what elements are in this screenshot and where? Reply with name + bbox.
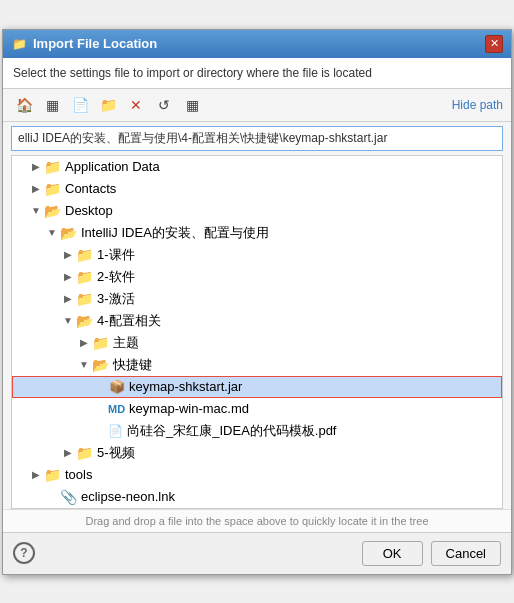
jar-file-icon: 📦 xyxy=(109,379,125,394)
expand-arrow-folder1[interactable]: ▶ xyxy=(60,249,76,260)
label-folder3: 3-激活 xyxy=(97,290,135,308)
expand-arrow-folder3[interactable]: ▶ xyxy=(60,293,76,304)
folder-icon-contacts: 📁 xyxy=(44,181,61,197)
tree-item-jar[interactable]: ▶ 📦 keymap-shkstart.jar xyxy=(12,376,502,398)
label-desktop: Desktop xyxy=(65,203,113,218)
folder-new-button[interactable]: 📁 xyxy=(95,93,121,117)
expand-arrow-folder4[interactable]: ▼ xyxy=(60,315,76,326)
folder-icon-theme: 📁 xyxy=(92,335,109,351)
expand-arrow-theme[interactable]: ▶ xyxy=(76,337,92,348)
label-contacts: Contacts xyxy=(65,181,116,196)
import-file-dialog: 📁 Import File Location ✕ Select the sett… xyxy=(2,29,512,575)
title-bar: 📁 Import File Location ✕ xyxy=(3,30,511,58)
file-new-button[interactable]: 📄 xyxy=(67,93,93,117)
description-text: Select the settings file to import or di… xyxy=(3,58,511,89)
label-tools: tools xyxy=(65,467,92,482)
path-bar: elliJ IDEA的安装、配置与使用\4-配置相关\快捷键\keymap-sh… xyxy=(11,126,503,151)
file-tree: ▶ 📁 Application Data ▶ 📁 Contacts ▼ 📂 De… xyxy=(11,155,503,509)
folder-icon-tools: 📁 xyxy=(44,467,61,483)
label-pdf: 尚硅谷_宋红康_IDEA的代码模板.pdf xyxy=(127,422,337,440)
label-folder1: 1-课件 xyxy=(97,246,135,264)
label-folder5: 5-视频 xyxy=(97,444,135,462)
close-button[interactable]: ✕ xyxy=(485,35,503,53)
label-intellij: IntelliJ IDEA的安装、配置与使用 xyxy=(81,224,269,242)
folder-icon-folder5: 📁 xyxy=(76,445,93,461)
delete-button[interactable]: ✕ xyxy=(123,93,149,117)
folder-icon-app-data: 📁 xyxy=(44,159,61,175)
dialog-title: Import File Location xyxy=(33,36,479,51)
md-badge: MD xyxy=(108,403,125,415)
label-folder2: 2-软件 xyxy=(97,268,135,286)
expand-arrow-shortcut[interactable]: ▼ xyxy=(76,359,92,370)
eclipse-file-icon: 📎 xyxy=(60,489,77,505)
tree-item-md[interactable]: ▶ MD keymap-win-mac.md xyxy=(12,398,502,420)
tree-item-folder1[interactable]: ▶ 📁 1-课件 xyxy=(12,244,502,266)
tree-item-shortcut[interactable]: ▼ 📂 快捷键 xyxy=(12,354,502,376)
hide-path-button[interactable]: Hide path xyxy=(452,98,503,112)
tree-item-contacts[interactable]: ▶ 📁 Contacts xyxy=(12,178,502,200)
label-shortcut: 快捷键 xyxy=(113,356,152,374)
label-eclipse: eclipse-neon.lnk xyxy=(81,489,175,504)
tree-item-desktop[interactable]: ▼ 📂 Desktop xyxy=(12,200,502,222)
home-button[interactable]: 🏠 xyxy=(11,93,37,117)
folder-icon-desktop: 📂 xyxy=(44,203,61,219)
expand-arrow-tools[interactable]: ▶ xyxy=(28,469,44,480)
label-jar: keymap-shkstart.jar xyxy=(129,379,242,394)
expand-arrow-contacts[interactable]: ▶ xyxy=(28,183,44,194)
folder-icon-folder1: 📁 xyxy=(76,247,93,263)
label-md: keymap-win-mac.md xyxy=(129,401,249,416)
expand-arrow-app-data[interactable]: ▶ xyxy=(28,161,44,172)
expand-arrow-folder2[interactable]: ▶ xyxy=(60,271,76,282)
expand-arrow-desktop[interactable]: ▼ xyxy=(28,205,44,216)
folder-icon-folder2: 📁 xyxy=(76,269,93,285)
list-button[interactable]: ▦ xyxy=(39,93,65,117)
tree-item-app-data[interactable]: ▶ 📁 Application Data xyxy=(12,156,502,178)
tree-item-pdf[interactable]: ▶ 📄 尚硅谷_宋红康_IDEA的代码模板.pdf xyxy=(12,420,502,442)
expand-arrow-intellij[interactable]: ▼ xyxy=(44,227,60,238)
tree-item-folder5[interactable]: ▶ 📁 5-视频 xyxy=(12,442,502,464)
label-theme: 主题 xyxy=(113,334,139,352)
folder-icon-folder3: 📁 xyxy=(76,291,93,307)
refresh-button[interactable]: ↺ xyxy=(151,93,177,117)
tree-item-theme[interactable]: ▶ 📁 主题 xyxy=(12,332,502,354)
toolbar: 🏠 ▦ 📄 📁 ✕ ↺ ▦ Hide path xyxy=(3,89,511,122)
tree-item-folder4[interactable]: ▼ 📂 4-配置相关 xyxy=(12,310,502,332)
label-folder4: 4-配置相关 xyxy=(97,312,161,330)
help-button[interactable]: ? xyxy=(13,542,35,564)
dialog-footer: ? OK Cancel xyxy=(3,532,511,574)
settings-button[interactable]: ▦ xyxy=(179,93,205,117)
pdf-file-icon: 📄 xyxy=(108,424,123,438)
tree-item-eclipse[interactable]: ▶ 📎 eclipse-neon.lnk xyxy=(12,486,502,508)
tree-item-folder2[interactable]: ▶ 📁 2-软件 xyxy=(12,266,502,288)
hint-text: Drag and drop a file into the space abov… xyxy=(3,509,511,532)
ok-button[interactable]: OK xyxy=(362,541,423,566)
tree-item-intellij[interactable]: ▼ 📂 IntelliJ IDEA的安装、配置与使用 xyxy=(12,222,502,244)
tree-item-folder3[interactable]: ▶ 📁 3-激活 xyxy=(12,288,502,310)
expand-arrow-folder5[interactable]: ▶ xyxy=(60,447,76,458)
cancel-button[interactable]: Cancel xyxy=(431,541,501,566)
dialog-icon: 📁 xyxy=(11,36,27,52)
label-app-data: Application Data xyxy=(65,159,160,174)
folder-icon-folder4: 📂 xyxy=(76,313,93,329)
footer-buttons: OK Cancel xyxy=(362,541,501,566)
folder-icon-shortcut: 📂 xyxy=(92,357,109,373)
tree-item-tools[interactable]: ▶ 📁 tools xyxy=(12,464,502,486)
folder-icon-intellij: 📂 xyxy=(60,225,77,241)
